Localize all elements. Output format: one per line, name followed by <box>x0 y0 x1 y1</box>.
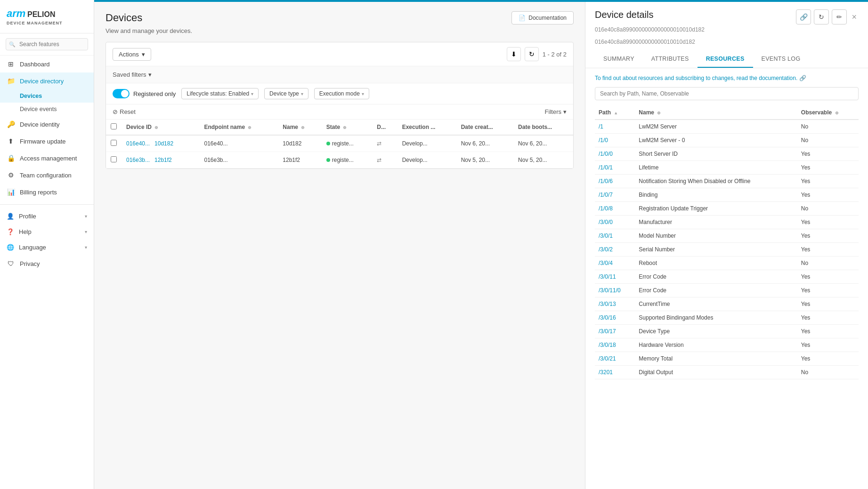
profile-icon: 👤 <box>7 213 14 220</box>
device-id-end-link[interactable]: 10d182 <box>154 140 173 147</box>
col-name: Name ⊕ <box>635 106 797 120</box>
logo: arm PELION DEVICE MANAGEMENT <box>0 0 94 33</box>
resource-path-link[interactable]: /3/0/21 <box>599 355 616 362</box>
dropdown-icon: ▾ <box>142 51 145 58</box>
search-input[interactable] <box>6 38 88 50</box>
sidebar-subitem-label: Devices <box>20 93 42 99</box>
copy-link-button[interactable]: 🔗 <box>796 9 811 24</box>
sidebar-item-device-directory[interactable]: 📁 Device directory <box>0 72 94 89</box>
resource-observable-cell: Yes <box>797 338 859 352</box>
resource-row: /3/0/18 Hardware Version Yes <box>595 338 859 352</box>
row-checkbox-cell <box>106 135 122 152</box>
resource-path-link[interactable]: /3/0/11 <box>599 273 616 280</box>
edit-button[interactable]: ✏ <box>832 9 847 24</box>
devices-table: Device ID ⊕ Endpoint name ⊕ Name ⊕ State… <box>106 120 573 168</box>
device-id-link[interactable]: 016e3b... <box>126 157 150 163</box>
saved-filters-button[interactable]: Saved filters ▾ <box>113 71 152 78</box>
devices-table-wrap: Actions ▾ ⬇ ↻ 1 - 2 of 2 <box>105 42 574 169</box>
resource-path-link[interactable]: /3/0/17 <box>599 328 616 335</box>
resource-path-link[interactable]: /3/0/11/0 <box>599 287 621 294</box>
refresh-icon: ↻ <box>819 13 824 21</box>
tab-events-log-label: EVENTS LOG <box>762 56 801 62</box>
sidebar-item-help[interactable]: ❓ Help ▾ <box>0 224 94 240</box>
col-d: D... <box>372 120 397 135</box>
resource-name-cell: Supported Bindingand Modes <box>635 311 797 325</box>
tab-attributes-label: ATTRIBUTES <box>651 56 689 62</box>
sidebar-item-profile[interactable]: 👤 Profile ▾ <box>0 208 94 224</box>
row-checkbox-cell <box>106 152 122 168</box>
resource-observable-cell: Yes <box>797 270 859 284</box>
resource-observable-cell: Yes <box>797 188 859 202</box>
sidebar-item-privacy[interactable]: 🛡 Privacy <box>0 255 94 272</box>
privacy-icon: 🛡 <box>7 259 15 268</box>
sidebar-item-firmware-update[interactable]: ⬆ Firmware update <box>0 133 94 150</box>
device-type-filter[interactable]: Device type ▾ <box>264 88 308 99</box>
resource-path-link[interactable]: /3/0/1 <box>599 232 613 239</box>
resource-row: /3/0/13 CurrentTime Yes <box>595 297 859 311</box>
sidebar-item-team-configuration[interactable]: ⚙ Team configuration <box>0 167 94 184</box>
resource-path-link[interactable]: /1 <box>599 123 603 130</box>
tab-events-log[interactable]: EVENTS LOG <box>753 51 809 68</box>
reset-button[interactable]: ⊘ Reset <box>113 108 136 115</box>
reset-row: ⊘ Reset Filters ▾ <box>106 104 573 120</box>
row-checkbox[interactable] <box>111 140 117 146</box>
resource-path-link[interactable]: /1/0/7 <box>599 192 613 198</box>
col-state: State ⊕ <box>322 120 373 135</box>
export-button[interactable]: ⬇ <box>507 47 521 61</box>
sidebar-item-access-management[interactable]: 🔒 Access management <box>0 150 94 167</box>
resource-observable-cell: Yes <box>797 216 859 229</box>
resource-path-link[interactable]: /1/0/1 <box>599 164 613 171</box>
sidebar-subitem-device-events[interactable]: Device events <box>0 103 94 116</box>
sidebar-item-billing-reports[interactable]: 📊 Billing reports <box>0 184 94 200</box>
resources-info-text: To find out about resources and subscrib… <box>595 75 797 81</box>
resource-path-link[interactable]: /3201 <box>599 369 613 376</box>
col-name: Name ⊕ <box>278 120 321 135</box>
resource-name-cell: LwM2M Server - 0 <box>635 134 797 147</box>
refresh-detail-button[interactable]: ↻ <box>814 9 829 24</box>
row-checkbox[interactable] <box>111 156 117 162</box>
resource-path-link[interactable]: /1/0/6 <box>599 178 613 184</box>
sidebar-item-dashboard[interactable]: ⊞ Dashboard <box>0 56 94 72</box>
resource-path-link[interactable]: /1/0 <box>599 137 608 144</box>
sidebar-item-device-identity[interactable]: 🔑 Device identity <box>0 116 94 133</box>
lifecycle-status-filter[interactable]: Lifecycle status: Enabled ▾ <box>181 88 259 99</box>
resource-search-input[interactable] <box>595 87 859 100</box>
resource-path-link[interactable]: /1/0/0 <box>599 151 613 157</box>
sidebar-subitem-devices[interactable]: Devices <box>0 89 94 103</box>
execution-mode-filter[interactable]: Execution mode ▾ <box>314 88 369 99</box>
resource-observable-cell: Yes <box>797 243 859 257</box>
resource-observable-cell: Yes <box>797 311 859 325</box>
state-dot <box>326 158 330 162</box>
resource-path-link[interactable]: /1/0/8 <box>599 205 613 212</box>
documentation-button[interactable]: 📄 Documentation <box>511 11 574 24</box>
saved-filters-arrow: ▾ <box>148 71 152 78</box>
pagination-text: 1 - 2 of 2 <box>543 51 567 58</box>
resource-path-link[interactable]: /3/0/16 <box>599 314 616 321</box>
resource-path-link[interactable]: /3/0/13 <box>599 301 616 307</box>
d-cell: ⇄ <box>372 135 397 152</box>
device-id-link[interactable]: 016e40... <box>126 140 150 147</box>
resource-path-link[interactable]: /3/0/2 <box>599 246 613 253</box>
device-id-end-link[interactable]: 12b1f2 <box>154 157 172 163</box>
devices-table-head: Device ID ⊕ Endpoint name ⊕ Name ⊕ State… <box>106 120 573 135</box>
registered-only-toggle[interactable] <box>113 89 130 98</box>
resource-path-link[interactable]: /3/0/18 <box>599 342 616 348</box>
refresh-button[interactable]: ↻ <box>525 47 539 61</box>
resource-path-link[interactable]: /3/0/0 <box>599 219 613 225</box>
tab-summary[interactable]: SUMMARY <box>595 51 643 68</box>
resource-path-link[interactable]: /3/0/4 <box>599 260 613 266</box>
resource-row: /1/0/7 Binding Yes <box>595 188 859 202</box>
registered-only-label: Registered only <box>133 90 176 97</box>
close-button[interactable]: × <box>850 9 859 24</box>
sidebar-item-label: Device directory <box>20 78 64 85</box>
tab-resources[interactable]: RESOURCES <box>698 51 753 68</box>
exec-mode-icon: ⇄ <box>377 140 381 147</box>
resource-name-cell: Binding <box>635 188 797 202</box>
filters-button[interactable]: Filters ▾ <box>545 108 567 115</box>
select-all-checkbox[interactable] <box>111 123 117 129</box>
sidebar-item-language[interactable]: 🌐 Language ▾ <box>0 240 94 255</box>
actions-button[interactable]: Actions ▾ <box>113 48 151 61</box>
sidebar-item-label: Language <box>19 244 46 251</box>
actions-label: Actions <box>119 51 139 58</box>
tab-attributes[interactable]: ATTRIBUTES <box>643 51 698 68</box>
